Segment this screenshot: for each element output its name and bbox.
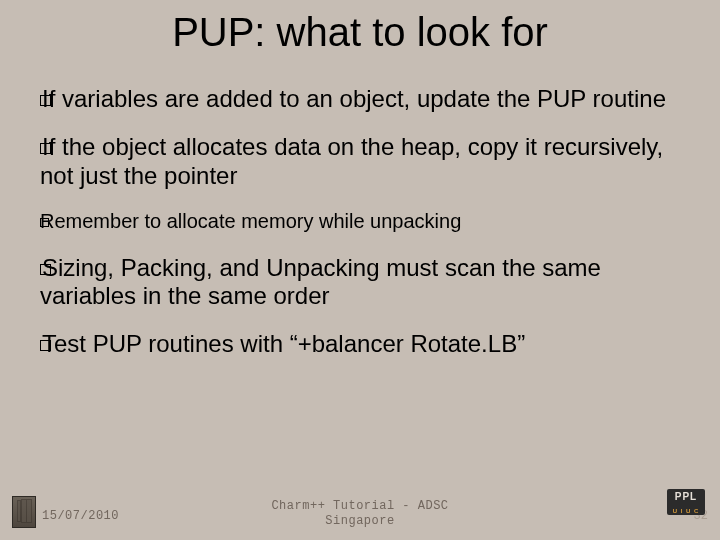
- ppl-logo-bottom-text: U I U C: [667, 508, 705, 514]
- ppl-logo-top-text: PPL: [667, 491, 705, 502]
- bullet-item: Remember to allocate memory while unpack…: [40, 210, 680, 234]
- footer-center: Charm++ Tutorial - ADSC Singapore: [0, 499, 720, 528]
- slide-body: If variables are added to an object, upd…: [40, 85, 680, 378]
- bullet-text: Remember to allocate memory while unpack…: [40, 210, 461, 232]
- ppl-logo-icon: PPL U I U C: [667, 489, 705, 515]
- bullet-item: Sizing, Packing, and Unpacking must scan…: [40, 254, 680, 311]
- bullet-text: Test PUP routines with “+balancer Rotate…: [42, 330, 525, 357]
- slide-title: PUP: what to look for: [0, 10, 720, 55]
- bullet-item: Test PUP routines with “+balancer Rotate…: [40, 330, 680, 358]
- bullet-item: If the object allocates data on the heap…: [40, 133, 680, 190]
- bullet-item: If variables are added to an object, upd…: [40, 85, 680, 113]
- bullet-text: If variables are added to an object, upd…: [42, 85, 666, 112]
- slide: PUP: what to look for If variables are a…: [0, 0, 720, 540]
- bullet-text: If the object allocates data on the heap…: [40, 133, 663, 188]
- footer-center-line1: Charm++ Tutorial - ADSC: [271, 499, 448, 513]
- bullet-text: Sizing, Packing, and Unpacking must scan…: [40, 254, 601, 309]
- footer-center-line2: Singapore: [325, 514, 394, 528]
